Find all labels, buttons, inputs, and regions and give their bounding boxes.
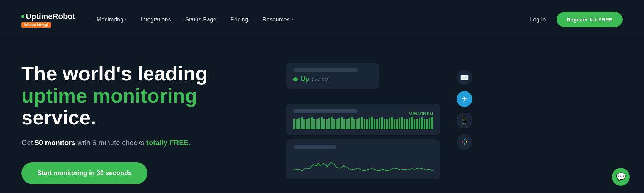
bar-item <box>416 119 418 129</box>
bar-item <box>333 119 335 129</box>
phone-icon: 📱 <box>457 113 472 128</box>
login-link[interactable]: Log In <box>530 16 546 23</box>
bars-chart <box>293 117 433 129</box>
slack-icon <box>457 134 472 150</box>
bar-item <box>331 117 333 129</box>
bar-item <box>386 119 388 129</box>
hiring-badge: We are hiring! <box>21 22 51 28</box>
logo-dot <box>21 15 24 18</box>
bar-item <box>303 119 305 129</box>
telegram-icon: ✈ <box>457 91 472 107</box>
svg-rect-2 <box>464 143 465 145</box>
bar-item <box>351 117 353 129</box>
hero-subtitle: Get 50 monitors with 5-minute checks tot… <box>21 137 265 148</box>
svg-rect-3 <box>466 141 467 143</box>
logo-text: UptimeRobot <box>26 12 75 21</box>
bar-item <box>431 117 433 129</box>
bar-item <box>366 119 368 129</box>
bar-item <box>308 118 310 129</box>
nav-integrations[interactable]: Integrations <box>141 16 171 23</box>
operational-label: Operational <box>409 111 433 116</box>
bar-item <box>419 118 420 129</box>
nav-resources[interactable]: Resources ▾ <box>262 16 293 23</box>
hero-monitors: 50 monitors <box>35 139 75 147</box>
bar-item <box>414 119 415 129</box>
bar-item <box>421 117 423 129</box>
nav-status-page[interactable]: Status Page <box>185 16 216 23</box>
bar-item <box>361 117 363 129</box>
bar-item <box>338 118 340 129</box>
bar-item <box>346 119 348 129</box>
bar-item <box>313 119 315 129</box>
status-dot-green <box>293 77 298 81</box>
start-monitoring-button[interactable]: Start monitoring in 30 seconds <box>21 162 147 184</box>
status-row: Up 527 hrs <box>293 75 372 83</box>
nav-pricing[interactable]: Pricing <box>231 16 248 23</box>
bar-item <box>379 118 380 129</box>
bar-item <box>369 118 370 129</box>
bar-item <box>404 119 405 129</box>
bar-item <box>401 117 403 129</box>
bar-item <box>409 118 410 129</box>
card-bar <box>293 68 358 72</box>
chevron-down-icon: ▾ <box>291 18 293 21</box>
bar-item <box>328 118 330 129</box>
monitor-card-bottom <box>286 139 440 179</box>
bar-item <box>426 119 428 129</box>
notification-icons: ✉️ ✈ 📱 <box>457 70 472 150</box>
register-button[interactable]: Register for FREE <box>557 12 623 27</box>
bar-item <box>399 118 400 129</box>
card-bar <box>293 109 358 113</box>
chat-icon[interactable]: 💬 <box>612 168 630 186</box>
bar-item <box>376 119 378 129</box>
bar-item <box>429 118 430 129</box>
navigation: UptimeRobot We are hiring! Monitoring ▾ … <box>0 0 644 39</box>
hero-title: The world's leadinguptime monitoring ser… <box>21 63 265 129</box>
line-chart <box>293 152 433 174</box>
bar-item <box>341 117 343 129</box>
bar-item <box>348 118 350 129</box>
svg-rect-0 <box>462 141 463 143</box>
card-bar <box>293 145 336 149</box>
nav-monitoring[interactable]: Monitoring ▾ <box>97 16 127 23</box>
bar-item <box>321 117 323 129</box>
chevron-down-icon: ▾ <box>125 18 127 21</box>
bar-item <box>356 119 358 129</box>
bar-item <box>394 119 395 129</box>
bar-item <box>318 118 320 129</box>
bar-item <box>343 119 345 129</box>
email-icon: ✉️ <box>457 70 472 85</box>
bar-item <box>301 117 303 129</box>
bar-item <box>306 119 308 129</box>
bar-item <box>311 117 313 129</box>
bar-item <box>396 119 398 129</box>
bar-item <box>389 118 390 129</box>
hero-content: The world's leadinguptime monitoring ser… <box>21 63 265 184</box>
bar-item <box>374 119 375 129</box>
svg-rect-1 <box>464 139 465 140</box>
hero-free: totally FREE. <box>146 139 190 147</box>
bar-item <box>298 118 300 129</box>
dashboard-preview: Up 527 hrs Operational ✉️ ✈ 📱 <box>286 63 472 184</box>
bar-item <box>381 117 383 129</box>
bar-item <box>296 119 298 129</box>
bar-item <box>411 117 413 129</box>
bar-item <box>384 119 385 129</box>
bar-item <box>323 119 325 129</box>
hero-title-green: uptime monitoring <box>21 84 197 107</box>
bar-item <box>336 119 338 129</box>
status-up: Up <box>301 75 309 83</box>
bar-item <box>406 119 408 129</box>
bar-item <box>358 118 360 129</box>
bar-item <box>424 119 425 129</box>
nav-links: Monitoring ▾ Integrations Status Page Pr… <box>97 16 530 23</box>
hero-section: The world's leadinguptime monitoring ser… <box>0 39 644 193</box>
bar-item <box>353 119 355 129</box>
monitor-card-mid: Operational <box>286 104 440 135</box>
bar-item <box>371 117 373 129</box>
bar-item <box>364 119 365 129</box>
logo[interactable]: UptimeRobot We are hiring! <box>21 12 75 28</box>
bar-item <box>326 119 328 129</box>
bar-item <box>293 119 295 129</box>
bar-item <box>391 117 393 129</box>
